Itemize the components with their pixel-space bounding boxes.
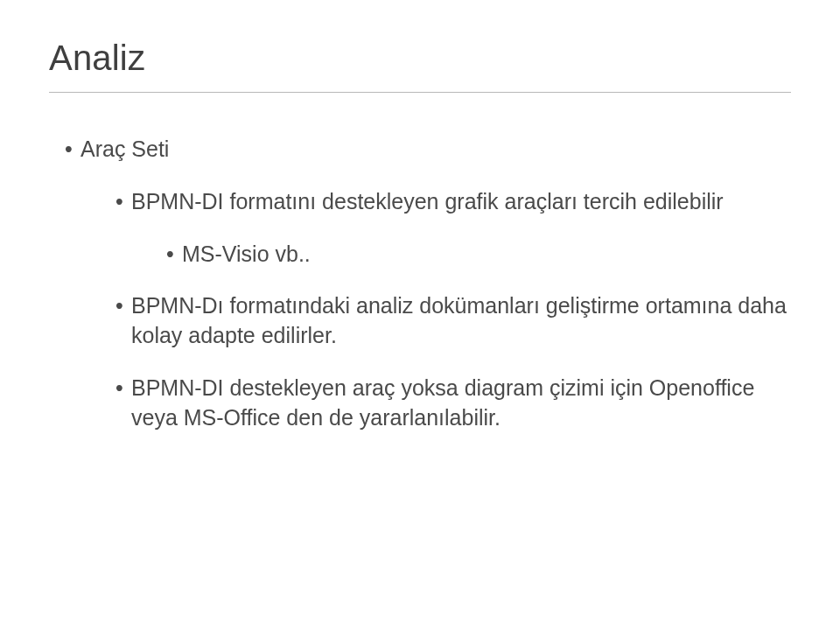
bullet-list-level1: Araç Seti BPMN-DI formatını destekleyen … xyxy=(49,135,791,432)
page-title: Analiz xyxy=(49,38,791,93)
list-item: Araç Seti BPMN-DI formatını destekleyen … xyxy=(65,135,791,432)
list-item: MS-Visio vb.. xyxy=(166,240,791,270)
bullet-text: BPMN-Dı formatındaki analiz dokümanları … xyxy=(131,293,787,347)
slide: Analiz Araç Seti BPMN-DI formatını deste… xyxy=(0,0,840,630)
bullet-list-level2: BPMN-DI formatını destekleyen grafik ara… xyxy=(80,187,791,433)
bullet-text: Araç Seti xyxy=(80,136,169,161)
bullet-text: BPMN-DI formatını destekleyen grafik ara… xyxy=(131,189,724,214)
list-item: BPMN-DI destekleyen araç yoksa diagram ç… xyxy=(116,374,791,433)
list-item: BPMN-Dı formatındaki analiz dokümanları … xyxy=(116,291,791,351)
bullet-text: BPMN-DI destekleyen araç yoksa diagram ç… xyxy=(131,375,754,430)
bullet-text: MS-Visio vb.. xyxy=(182,242,311,266)
bullet-list-level3: MS-Visio vb.. xyxy=(131,240,791,270)
list-item: BPMN-DI formatını destekleyen grafik ara… xyxy=(116,187,791,270)
